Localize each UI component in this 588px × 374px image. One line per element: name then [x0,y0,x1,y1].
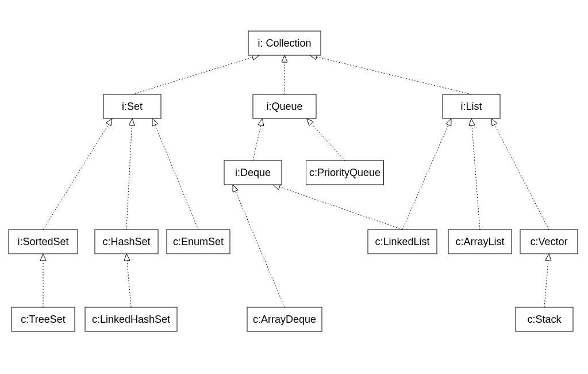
inheritance-arrowhead-icon [545,254,551,261]
node-label: c:HashSet [102,236,150,247]
inheritance-arrowhead-icon [233,185,238,192]
node-label: i: Collection [258,37,311,49]
inheritance-edge [126,125,132,230]
node-list: i:List [443,94,500,119]
node-label: i:List [460,101,482,112]
inheritance-edge [43,124,109,230]
inheritance-arrowhead-icon [129,119,134,125]
node-label: c:TreeSet [21,314,65,325]
node-priorityqueue: c:PriorityQueue [306,161,384,185]
node-label: c:ArrayList [455,236,504,247]
inheritance-edge [253,125,261,161]
node-label: i:Set [122,101,143,112]
node-stack: c:Stack [516,307,573,331]
inheritance-arrowhead-icon [258,119,264,126]
inheritance-edge [472,125,480,230]
inheritance-edge [279,187,402,230]
node-hashset: c:HashSet [95,230,158,254]
inheritance-arrowhead-icon [491,119,497,126]
node-enumset: c:EnumSet [167,230,230,254]
node-label: c:LinkedList [375,236,429,247]
inheritance-arrowhead-icon [106,119,112,126]
inheritance-arrowhead-icon [307,119,314,125]
edges-layer [40,54,551,307]
inheritance-edge [544,261,548,307]
inheritance-edge [127,261,131,307]
node-label: c:PriorityQueue [309,167,381,178]
node-label: i:Deque [235,167,271,178]
node-label: i:Queue [266,101,302,112]
node-linkedhashset: c:LinkedHashSet [85,307,177,331]
node-label: c:ArrayDeque [253,314,316,325]
node-label: c:LinkedHashSet [92,314,170,325]
diagram-canvas: i: Collectioni:Seti:Queuei:Listi:Dequec:… [0,0,588,374]
inheritance-edge [312,124,345,161]
node-vector: c:Vector [520,230,578,254]
node-label: c:Vector [530,236,567,247]
inheritance-edge [155,125,198,230]
inheritance-arrowhead-icon [282,55,287,62]
inheritance-arrowhead-icon [124,254,130,261]
inheritance-edge [236,191,285,307]
node-queue: i:Queue [253,94,316,119]
node-set: i:Set [103,94,161,119]
node-deque: i:Deque [224,161,282,185]
inheritance-edge [132,58,252,94]
inheritance-arrowhead-icon [152,119,157,126]
node-label: c:EnumSet [173,236,224,247]
node-sortedset: i:SortedSet [9,230,78,254]
inheritance-edge [402,125,448,230]
node-arraylist: c:ArrayList [448,230,512,254]
inheritance-arrowhead-icon [469,119,475,125]
inheritance-edge [317,57,471,94]
node-label: c:Stack [527,314,562,325]
inheritance-arrowhead-icon [273,184,280,189]
node-treeset: c:TreeSet [11,307,75,331]
inheritance-edge [495,125,549,230]
node-collection: i: Collection [248,31,321,55]
inheritance-arrowhead-icon [446,119,451,126]
inheritance-arrowhead-icon [40,254,46,261]
nodes-layer: i: Collectioni:Seti:Queuei:Listi:Dequec:… [9,31,578,331]
node-linkedlist: c:LinkedList [368,230,437,254]
node-arraydeque: c:ArrayDeque [247,307,322,331]
node-label: i:SortedSet [17,236,68,247]
